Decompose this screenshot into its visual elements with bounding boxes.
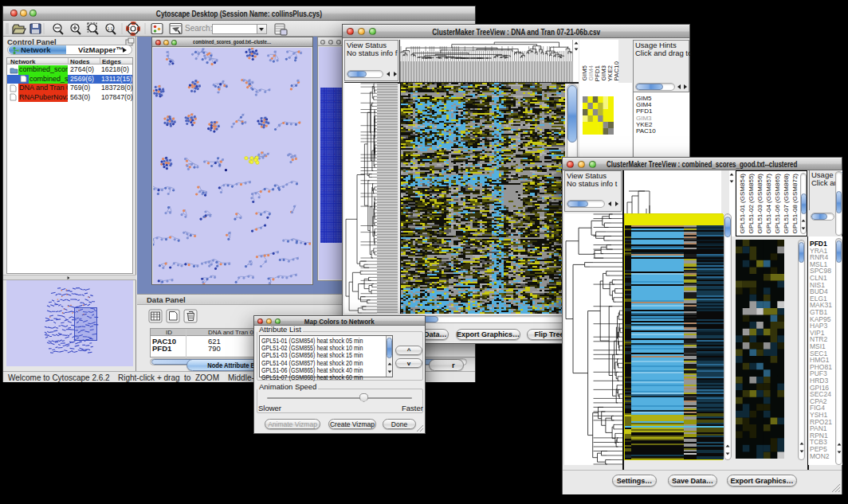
svg-text:Search:: Search: [185,24,212,33]
svg-text:1:1: 1:1 [108,26,113,31]
